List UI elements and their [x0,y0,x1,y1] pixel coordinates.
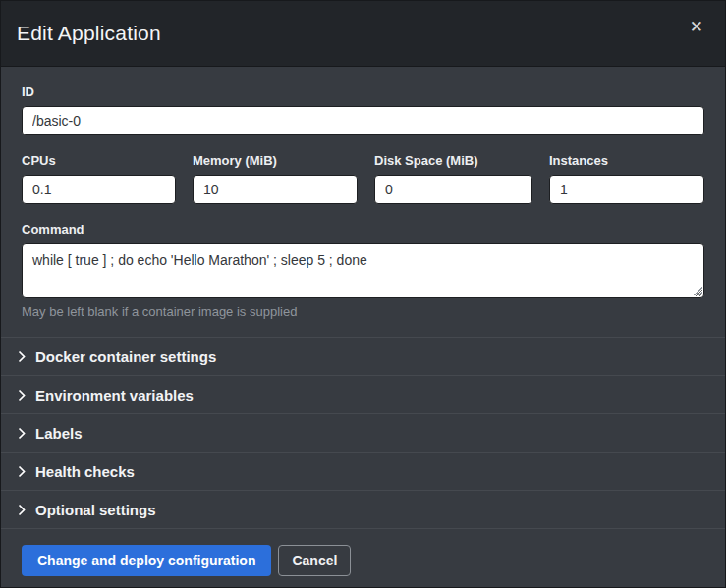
chevron-right-icon [18,389,26,401]
disk-space-input[interactable] [374,175,532,204]
chevron-right-icon [18,350,26,363]
cpus-label: CPUs [22,153,176,168]
modal-header: Edit Application ✕ [1,1,725,67]
chevron-right-icon [18,465,26,478]
cpus-input[interactable] [22,175,176,204]
cpus-field-group: CPUs [22,153,176,204]
chevron-right-icon [18,427,26,440]
command-textarea[interactable]: while [ true ] ; do echo 'Hello Marathon… [22,243,704,298]
section-docker-container-settings[interactable]: Docker container settings [1,338,725,376]
collapsible-sections: Docker container settings Environment va… [1,337,725,529]
command-label: Command [22,222,704,237]
cancel-button[interactable]: Cancel [278,545,351,576]
disk-space-label: Disk Space (MiB) [374,153,532,168]
edit-application-modal: Edit Application ✕ ID CPUs Memory (MiB) … [0,0,726,588]
section-optional-settings[interactable]: Optional settings [1,491,725,529]
modal-body: ID CPUs Memory (MiB) Disk Space (MiB) In… [1,67,725,529]
section-label: Health checks [35,463,135,480]
memory-input[interactable] [193,175,358,204]
chevron-right-icon [18,504,26,516]
section-health-checks[interactable]: Health checks [1,453,725,491]
close-icon[interactable]: ✕ [684,15,709,39]
memory-field-group: Memory (MiB) [193,153,358,204]
instances-input[interactable] [549,175,704,204]
disk-field-group: Disk Space (MiB) [374,153,532,204]
modal-title: Edit Application [17,22,161,45]
id-field-group: ID [22,84,704,135]
section-labels[interactable]: Labels [1,414,725,453]
memory-label: Memory (MiB) [193,153,358,168]
command-field-group: Command while [ true ] ; do echo 'Hello … [22,222,704,319]
section-label: Optional settings [35,502,156,518]
command-help-text: May be left blank if a container image i… [22,304,704,319]
change-and-deploy-button[interactable]: Change and deploy configuration [22,545,271,576]
id-label: ID [22,84,704,99]
resources-field-row: CPUs Memory (MiB) Disk Space (MiB) Insta… [22,153,704,204]
id-input[interactable] [22,106,704,135]
section-environment-variables[interactable]: Environment variables [1,376,725,414]
section-label: Docker container settings [35,348,216,365]
instances-field-group: Instances [549,153,704,204]
instances-label: Instances [549,153,704,168]
section-label: Labels [35,425,83,442]
section-label: Environment variables [35,387,194,403]
modal-footer: Change and deploy configuration Cancel [1,529,725,588]
